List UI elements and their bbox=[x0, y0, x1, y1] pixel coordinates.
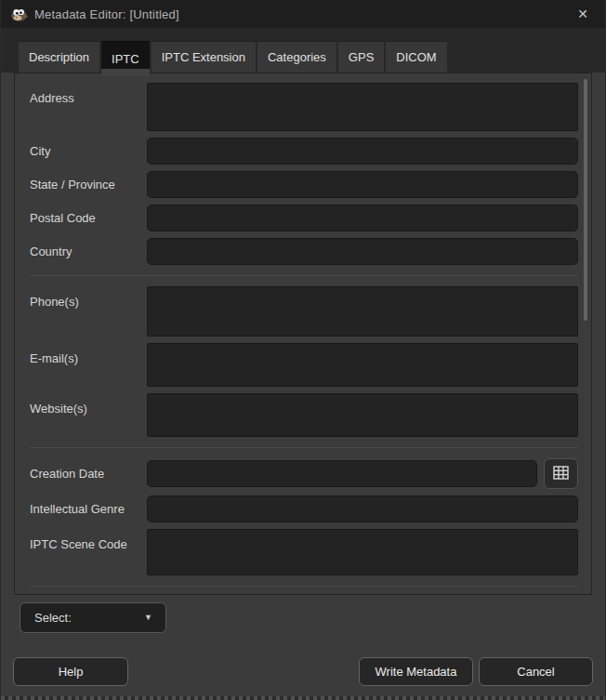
emails-label: E-mail(s) bbox=[30, 343, 147, 365]
address-label: Address bbox=[30, 83, 147, 105]
select-dropdown[interactable]: Select: ▼ bbox=[20, 602, 166, 633]
separator bbox=[30, 447, 578, 448]
tab-iptc-extension[interactable]: IPTC Extension bbox=[152, 41, 256, 73]
form-row-phones: Phone(s) bbox=[30, 286, 578, 337]
form-row-iptc-scene-code: IPTC Scene Code bbox=[30, 529, 578, 575]
select-dropdown-label: Select: bbox=[34, 611, 72, 625]
form-row-country: Country bbox=[30, 238, 578, 265]
window-bottom-edge bbox=[1, 696, 605, 700]
country-input[interactable] bbox=[147, 238, 578, 265]
form-row-postal-code: Postal Code bbox=[30, 205, 578, 231]
state-province-input[interactable] bbox=[147, 171, 578, 198]
country-label: Country bbox=[30, 244, 147, 258]
tab-categories[interactable]: Categories bbox=[257, 41, 336, 73]
metadata-editor-dialog: Metadata Editor: [Untitled] ✕ Descriptio… bbox=[0, 0, 606, 700]
write-metadata-button[interactable]: Write Metadata bbox=[359, 657, 473, 686]
vertical-scrollbar[interactable] bbox=[583, 75, 588, 592]
phones-label: Phone(s) bbox=[30, 286, 147, 309]
gimp-wilber-icon bbox=[10, 7, 28, 21]
city-label: City bbox=[30, 144, 147, 158]
help-button[interactable]: Help bbox=[13, 657, 128, 686]
iptc-scene-code-input[interactable] bbox=[147, 529, 578, 575]
postal-code-input[interactable] bbox=[147, 205, 578, 231]
intellectual-genre-input[interactable] bbox=[147, 495, 578, 522]
form-row-intellectual-genre: Intellectual Genre bbox=[30, 495, 578, 522]
city-input[interactable] bbox=[147, 138, 578, 165]
form-row-state-province: State / Province bbox=[30, 171, 578, 198]
state-province-label: State / Province bbox=[30, 178, 147, 192]
websites-label: Website(s) bbox=[30, 393, 147, 416]
tab-iptc[interactable]: IPTC bbox=[101, 41, 150, 76]
creation-date-label: Creation Date bbox=[30, 467, 147, 481]
tab-gps[interactable]: GPS bbox=[338, 41, 384, 73]
phones-input[interactable] bbox=[147, 286, 578, 337]
close-icon: ✕ bbox=[577, 7, 588, 21]
calendar-grid-icon bbox=[553, 466, 569, 482]
intellectual-genre-label: Intellectual Genre bbox=[30, 502, 147, 516]
form-scroll-area: Address City State / Province Postal Cod… bbox=[15, 73, 591, 594]
tab-description[interactable]: Description bbox=[19, 41, 99, 73]
tab-dicom[interactable]: DICOM bbox=[386, 41, 446, 73]
calendar-picker-button[interactable] bbox=[544, 458, 578, 489]
dialog-action-area: Help Write Metadata Cancel bbox=[13, 657, 593, 686]
separator bbox=[30, 275, 578, 276]
scrollbar-thumb[interactable] bbox=[584, 79, 587, 321]
form-row-city: City bbox=[30, 138, 578, 165]
chevron-down-icon: ▼ bbox=[144, 614, 152, 622]
emails-input[interactable] bbox=[147, 343, 578, 387]
form-row-websites: Website(s) bbox=[30, 393, 578, 437]
window-title: Metadata Editor: [Untitled] bbox=[34, 7, 570, 21]
tab-bar: Description IPTC IPTC Extension Categori… bbox=[1, 28, 605, 73]
iptc-form-panel: Address City State / Province Postal Cod… bbox=[14, 73, 592, 595]
websites-input[interactable] bbox=[147, 393, 578, 437]
creation-date-input[interactable] bbox=[147, 460, 537, 487]
iptc-scene-code-label: IPTC Scene Code bbox=[30, 529, 147, 551]
cancel-button[interactable]: Cancel bbox=[479, 657, 593, 686]
form-row-emails: E-mail(s) bbox=[30, 343, 578, 387]
form-row-creation-date: Creation Date bbox=[30, 458, 578, 489]
address-input[interactable] bbox=[147, 83, 578, 131]
titlebar[interactable]: Metadata Editor: [Untitled] ✕ bbox=[1, 0, 605, 28]
form-row-address: Address bbox=[30, 83, 578, 131]
postal-code-label: Postal Code bbox=[30, 211, 147, 225]
close-button[interactable]: ✕ bbox=[570, 1, 596, 27]
separator bbox=[30, 586, 578, 587]
